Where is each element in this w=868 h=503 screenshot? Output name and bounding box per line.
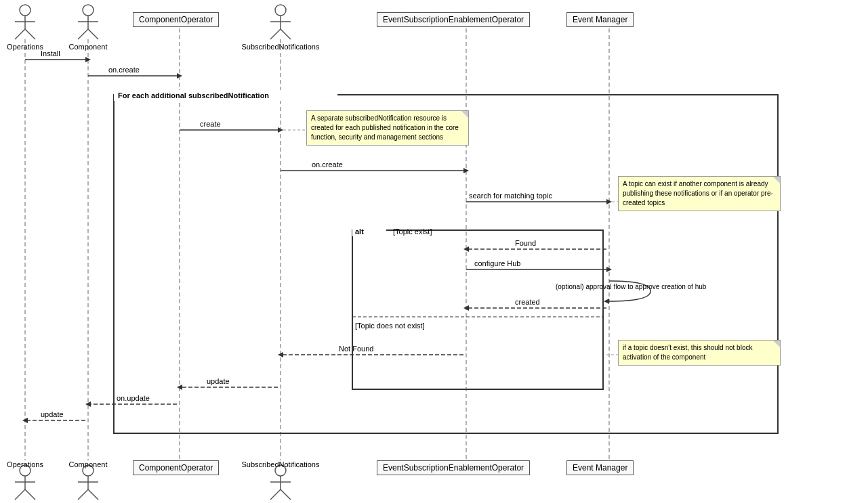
- svg-line-70: [281, 29, 291, 39]
- svg-text:Operations: Operations: [7, 460, 43, 468]
- participant-eventManager-bottom: Event Manager: [566, 460, 634, 475]
- svg-text:alt: alt: [355, 227, 364, 236]
- svg-text:For each additional subscribed: For each additional subscribedNotificati…: [118, 91, 269, 100]
- svg-text:SubscribedNotifications: SubscribedNotifications: [242, 460, 320, 468]
- svg-text:on.create: on.create: [108, 66, 140, 74]
- svg-marker-54: [22, 418, 28, 423]
- note-topicExist: A topic can exist if another component i…: [618, 176, 781, 211]
- svg-text:[Topic does not exist]: [Topic does not exist]: [355, 322, 425, 330]
- svg-marker-48: [177, 385, 182, 390]
- svg-text:configure Hub: configure Hub: [474, 259, 521, 267]
- svg-rect-7: [114, 90, 337, 101]
- svg-marker-19: [177, 73, 182, 79]
- svg-line-82: [78, 489, 88, 500]
- svg-line-87: [270, 489, 281, 500]
- svg-marker-29: [606, 199, 612, 204]
- svg-point-84: [275, 465, 286, 476]
- svg-marker-22: [278, 127, 283, 133]
- svg-line-64: [78, 29, 88, 39]
- svg-text:Operations: Operations: [7, 43, 43, 51]
- svg-line-83: [88, 489, 98, 500]
- svg-marker-51: [85, 401, 91, 407]
- svg-text:[Topic exist]: [Topic exist]: [393, 227, 432, 236]
- svg-point-56: [20, 5, 30, 16]
- svg-rect-6: [114, 95, 778, 433]
- participant-eventManager-top: Event Manager: [566, 12, 634, 27]
- svg-text:Install: Install: [41, 49, 60, 58]
- participant-componentOperator-top: ComponentOperator: [133, 12, 219, 27]
- svg-point-79: [83, 465, 94, 476]
- svg-line-78: [25, 489, 35, 500]
- svg-point-74: [20, 465, 30, 476]
- svg-marker-41: [463, 305, 469, 311]
- svg-marker-44: [278, 352, 283, 357]
- note-subscribedNotification: A separate subscribedNotification resour…: [306, 110, 469, 146]
- svg-text:create: create: [200, 120, 221, 128]
- sequence-diagram: For each additional subscribedNotificati…: [0, 0, 868, 503]
- svg-line-60: [25, 29, 35, 39]
- svg-rect-9: [352, 230, 603, 389]
- svg-text:Component: Component: [69, 460, 108, 468]
- note-topicNotExist: if a topic doesn't exist, this should no…: [618, 340, 781, 366]
- svg-line-77: [15, 489, 25, 500]
- svg-line-88: [281, 489, 291, 500]
- svg-point-61: [83, 5, 94, 16]
- svg-text:search for matching topic: search for matching topic: [469, 192, 552, 200]
- svg-line-65: [88, 29, 98, 39]
- svg-marker-16: [85, 57, 91, 62]
- svg-text:(optional) approval flow to ap: (optional) approval flow to approve crea…: [556, 283, 707, 290]
- svg-text:Found: Found: [515, 239, 536, 247]
- svg-line-59: [15, 29, 25, 39]
- participant-eventSubscription-top: EventSubscriptionEnablementOperator: [377, 12, 530, 27]
- svg-line-69: [270, 29, 281, 39]
- svg-text:Not Found: Not Found: [339, 345, 373, 353]
- svg-text:update: update: [41, 410, 64, 418]
- svg-text:created: created: [515, 298, 540, 306]
- svg-point-66: [275, 5, 286, 16]
- svg-text:on.create: on.create: [312, 160, 343, 169]
- svg-text:Component: Component: [69, 43, 108, 51]
- svg-text:SubscribedNotifications: SubscribedNotifications: [242, 43, 320, 51]
- participant-componentOperator-bottom: ComponentOperator: [133, 460, 219, 475]
- diagram-svg: For each additional subscribedNotificati…: [0, 0, 868, 503]
- svg-marker-33: [463, 246, 469, 252]
- participant-eventSubscription-bottom: EventSubscriptionEnablementOperator: [377, 460, 530, 475]
- svg-marker-26: [463, 168, 469, 173]
- svg-marker-38: [604, 299, 609, 304]
- svg-marker-36: [606, 267, 612, 272]
- svg-text:update: update: [207, 377, 230, 385]
- svg-text:on.update: on.update: [117, 394, 150, 402]
- svg-rect-10: [352, 225, 386, 236]
